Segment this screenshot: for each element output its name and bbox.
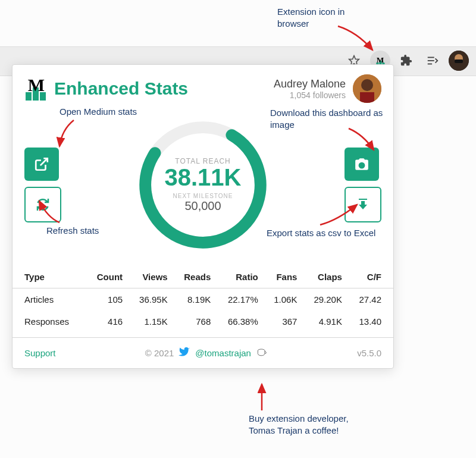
coffee-icon[interactable] bbox=[256, 346, 268, 360]
svg-text:M: M bbox=[28, 77, 45, 95]
profile-avatar-toolbar[interactable] bbox=[449, 51, 469, 71]
puzzle-icon[interactable] bbox=[396, 51, 416, 71]
next-milestone-label: NEXT MILESTONE bbox=[173, 193, 233, 199]
annotation-extension-icon: Extension icon in browser bbox=[277, 6, 378, 29]
open-medium-stats-button[interactable] bbox=[24, 148, 59, 181]
svg-rect-17 bbox=[360, 92, 374, 103]
support-link[interactable]: Support bbox=[24, 348, 56, 358]
svg-text:M: M bbox=[377, 55, 384, 64]
user-followers: 1,054 followers bbox=[274, 90, 346, 100]
popup-title-text: Enhanced Stats bbox=[54, 79, 188, 99]
version: v5.5.0 bbox=[357, 348, 381, 358]
download-image-button[interactable] bbox=[345, 148, 379, 181]
twitter-handle[interactable]: @tomastrajan bbox=[195, 348, 251, 358]
annotation-coffee: Buy extension developer, Tomas Trajan a … bbox=[249, 413, 356, 436]
table-row: Responses 416 1.15K 768 66.38% 367 4.91K… bbox=[12, 310, 393, 338]
reach-gauge: TOTAL REACH 38.11K NEXT MILESTONE 50,000 bbox=[137, 120, 268, 250]
popup-title: M Enhanced Stats bbox=[24, 77, 188, 101]
svg-rect-10 bbox=[455, 59, 463, 63]
th-type: Type bbox=[12, 266, 86, 288]
svg-point-16 bbox=[361, 79, 373, 91]
copyright: © 2021 bbox=[145, 348, 174, 358]
annotation-download-image: Download this dashboard as image bbox=[270, 107, 383, 130]
export-csv-button[interactable] bbox=[345, 187, 381, 222]
svg-point-21 bbox=[360, 164, 364, 168]
th-ratio: Ratio bbox=[215, 266, 263, 288]
popup-footer: Support © 2021 @tomastrajan v5.5.0 bbox=[12, 338, 393, 368]
medium-logo-icon: M bbox=[24, 77, 48, 101]
th-cf: C/F bbox=[347, 266, 393, 288]
th-reads: Reads bbox=[173, 266, 216, 288]
th-fans: Fans bbox=[263, 266, 302, 288]
reading-list-icon[interactable] bbox=[422, 51, 443, 71]
th-views: Views bbox=[127, 266, 173, 288]
user-block: Audrey Malone 1,054 followers bbox=[274, 74, 381, 103]
twitter-icon[interactable] bbox=[178, 346, 190, 360]
refresh-stats-button[interactable] bbox=[24, 187, 61, 222]
th-claps: Claps bbox=[302, 266, 347, 288]
th-count: Count bbox=[86, 266, 128, 288]
user-avatar bbox=[353, 74, 381, 103]
arrow-icon bbox=[250, 381, 274, 414]
svg-line-18 bbox=[40, 158, 48, 165]
annotation-export-csv: Export stats as csv to Excel bbox=[267, 227, 375, 239]
next-milestone-value: 50,000 bbox=[184, 199, 221, 213]
stats-table: Type Count Views Reads Ratio Fans Claps … bbox=[12, 266, 393, 338]
reach-value: 38.11K bbox=[165, 165, 242, 189]
annotation-open-stats: Open Medium stats bbox=[60, 106, 137, 118]
annotation-refresh: Refresh stats bbox=[46, 225, 99, 237]
user-name: Audrey Malone bbox=[274, 78, 346, 90]
table-row: Articles 105 36.95K 8.19K 22.17% 1.06K 2… bbox=[12, 288, 393, 311]
